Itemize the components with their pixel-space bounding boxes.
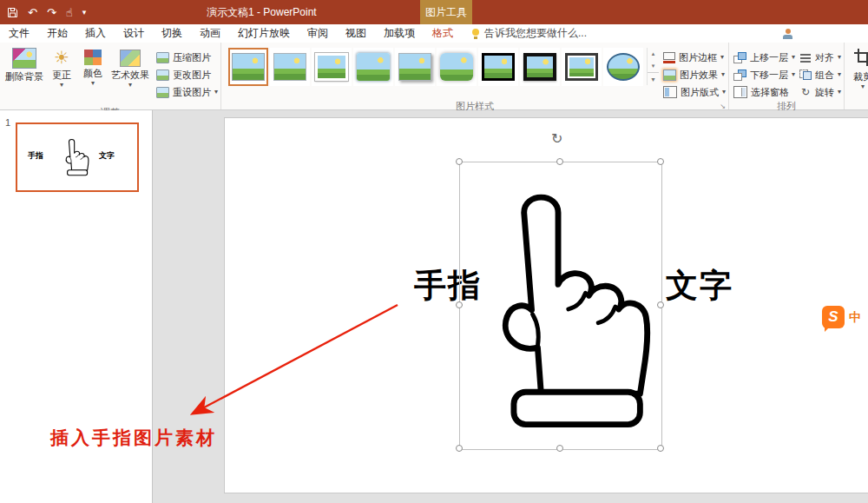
- slide-number: 1: [5, 117, 10, 128]
- thumb-text-left: 手指: [28, 150, 43, 162]
- picture-style-7[interactable]: [478, 48, 518, 86]
- group-picture-styles: ▴ ▾ ▼ 图片边框 ▾ 图片效果 ▾ 图片版式 ▾: [221, 43, 729, 109]
- title-bar: ↶ ↷ ☝ ▾ 演示文稿1 - PowerPoint 图片工具: [0, 0, 868, 24]
- align-icon: [799, 52, 812, 63]
- picture-style-6[interactable]: [437, 48, 477, 86]
- reset-picture-icon: [156, 87, 169, 98]
- tab-format[interactable]: 格式: [424, 24, 462, 43]
- resize-handle-bottom-right[interactable]: [657, 445, 664, 452]
- ribbon: 删除背景 ☀ 更正 ▾ 颜色 ▾ 艺术效果 ▾ 压缩图片: [0, 43, 868, 110]
- resize-handle-middle-left[interactable]: [456, 301, 463, 308]
- tab-transitions[interactable]: 切换: [153, 24, 191, 43]
- tab-addins[interactable]: 加载项: [375, 24, 424, 43]
- bring-forward-button[interactable]: 上移一层 ▾: [733, 50, 795, 64]
- style-thumb-image: [440, 53, 473, 81]
- resize-handle-top-left[interactable]: [456, 158, 463, 165]
- dropdown-icon: ▾: [792, 71, 795, 78]
- save-icon[interactable]: [7, 7, 18, 18]
- resize-handle-bottom-left[interactable]: [456, 445, 463, 452]
- dropdown-icon: ▾: [838, 54, 841, 61]
- tab-design[interactable]: 设计: [115, 24, 153, 43]
- share-icon[interactable]: [782, 28, 793, 39]
- tab-slideshow[interactable]: 幻灯片放映: [229, 24, 299, 43]
- change-picture-icon: [156, 69, 169, 81]
- lightbulb-icon: [470, 29, 480, 39]
- slide-thumbnail[interactable]: 手指 文字: [16, 122, 139, 192]
- customize-qat-dropdown-icon[interactable]: ▾: [82, 9, 87, 17]
- tab-file[interactable]: 文件: [0, 24, 38, 43]
- gallery-scroll-up-icon[interactable]: ▴: [648, 48, 659, 60]
- tab-insert[interactable]: 插入: [76, 24, 115, 43]
- tab-review[interactable]: 审阅: [299, 24, 337, 43]
- remove-background-button[interactable]: 删除背景: [3, 44, 46, 105]
- picture-style-10[interactable]: [603, 48, 643, 86]
- remove-background-icon: [12, 48, 36, 69]
- style-thumb-image: [273, 53, 306, 81]
- selection-pane-button[interactable]: 选择窗格: [733, 85, 795, 99]
- reset-picture-button[interactable]: 重设图片 ▾: [156, 85, 218, 99]
- send-backward-button[interactable]: 下移一层 ▾: [733, 68, 795, 82]
- resize-handle-middle-right[interactable]: [657, 301, 664, 308]
- undo-icon[interactable]: ↶: [28, 7, 37, 18]
- picture-style-2[interactable]: [270, 48, 310, 86]
- rotate-icon: ↻: [799, 87, 812, 97]
- slide-text-right[interactable]: 文字: [666, 264, 733, 308]
- resize-handle-top-right[interactable]: [657, 158, 664, 165]
- touch-mode-icon[interactable]: ☝: [66, 7, 73, 18]
- dropdown-icon: ▾: [60, 82, 63, 89]
- picture-layout-button[interactable]: 图片版式 ▾: [663, 85, 726, 99]
- editing-area: 手指 文字 ↻ S 中: [153, 110, 868, 503]
- crop-button[interactable]: 裁剪 ▾: [847, 44, 868, 105]
- artistic-effects-button[interactable]: 艺术效果 ▾: [108, 44, 152, 105]
- picture-style-1[interactable]: [228, 48, 268, 86]
- picture-styles-gallery: [224, 44, 645, 86]
- picture-border-button[interactable]: 图片边框 ▾: [663, 50, 726, 64]
- group-arrange: 上移一层 ▾ 下移一层 ▾ 选择窗格 对齐 ▾: [729, 43, 845, 109]
- send-backward-icon: [733, 69, 746, 81]
- resize-handle-top-center[interactable]: [556, 158, 563, 165]
- dropdown-icon: ▾: [838, 71, 841, 78]
- style-thumb-image: [482, 53, 515, 81]
- tab-view[interactable]: 视图: [337, 24, 375, 43]
- picture-effects-button[interactable]: 图片效果 ▾: [663, 68, 726, 82]
- tab-animations[interactable]: 动画: [191, 24, 229, 43]
- remove-background-label: 删除背景: [5, 71, 43, 83]
- selection-pane-icon: [733, 86, 747, 98]
- dialog-launcher-icon[interactable]: ↘: [720, 103, 726, 110]
- resize-handle-bottom-center[interactable]: [556, 445, 563, 452]
- style-thumb-image: [607, 53, 640, 81]
- picture-border-icon: [663, 52, 675, 63]
- align-button[interactable]: 对齐 ▾: [799, 50, 841, 64]
- rotate-button[interactable]: ↻ 旋转 ▾: [799, 85, 841, 99]
- picture-style-8[interactable]: [520, 48, 560, 86]
- artistic-effects-icon: [120, 50, 141, 67]
- tell-me-box[interactable]: 告诉我您想要做什么...: [462, 24, 595, 43]
- rotate-handle-icon[interactable]: ↻: [551, 132, 562, 146]
- picture-style-5[interactable]: [395, 48, 435, 86]
- picture-style-9[interactable]: [562, 48, 602, 86]
- dropdown-icon: ▾: [722, 89, 726, 96]
- picture-object-hand[interactable]: [461, 163, 659, 447]
- style-thumb-image: [232, 53, 265, 81]
- group-button[interactable]: 组合 ▾: [799, 68, 841, 82]
- bring-forward-icon: [733, 52, 746, 63]
- style-thumb-image: [398, 53, 431, 81]
- picture-tools-contextual-tab[interactable]: 图片工具: [420, 0, 472, 24]
- picture-style-3[interactable]: [312, 48, 352, 86]
- gallery-expand-icon[interactable]: ▼: [648, 72, 659, 85]
- watermark-text: 中: [849, 310, 861, 326]
- corrections-button[interactable]: ☀ 更正 ▾: [46, 44, 77, 105]
- color-button[interactable]: 颜色 ▾: [77, 44, 108, 105]
- window-title: 演示文稿1 - PowerPoint: [207, 0, 317, 24]
- group-objects-icon: [799, 69, 812, 80]
- gallery-scroll-down-icon[interactable]: ▾: [648, 60, 659, 72]
- slide-canvas[interactable]: 手指 文字 ↻ S 中: [224, 117, 868, 493]
- compress-picture-button[interactable]: 压缩图片: [156, 50, 218, 64]
- redo-icon[interactable]: ↷: [47, 7, 56, 18]
- style-thumb-image: [315, 53, 348, 81]
- tab-home[interactable]: 开始: [38, 24, 76, 43]
- picture-style-4[interactable]: [353, 48, 393, 86]
- style-thumb-image: [357, 53, 390, 81]
- change-picture-button[interactable]: 更改图片: [156, 68, 218, 82]
- compress-picture-icon: [156, 52, 169, 63]
